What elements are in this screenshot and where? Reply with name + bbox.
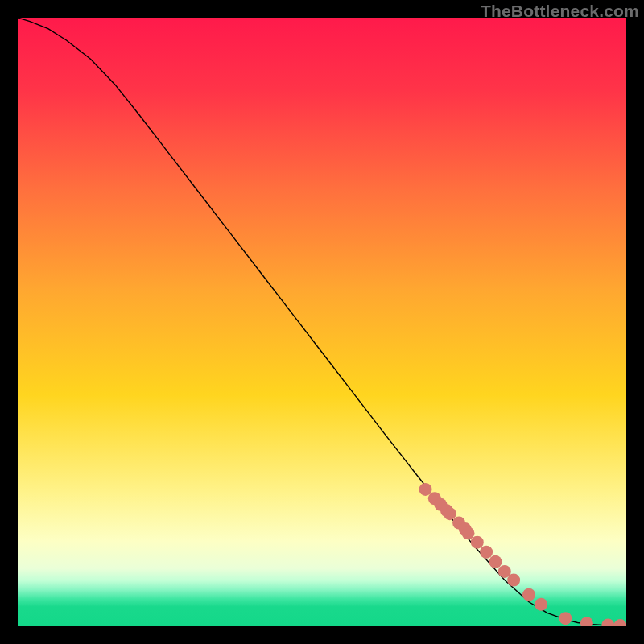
chart-frame: TheBottleneck.com (0, 0, 644, 644)
chart-plot (18, 18, 626, 626)
data-point (489, 555, 502, 568)
data-point (471, 536, 484, 549)
data-point (522, 588, 535, 601)
data-point (461, 526, 474, 539)
data-point (444, 507, 456, 520)
watermark-text: TheBottleneck.com (481, 2, 639, 21)
data-point (419, 483, 432, 496)
data-point (535, 598, 547, 611)
data-point (559, 612, 572, 625)
data-point (507, 574, 520, 587)
data-point (480, 546, 493, 559)
gradient-background (18, 18, 626, 626)
